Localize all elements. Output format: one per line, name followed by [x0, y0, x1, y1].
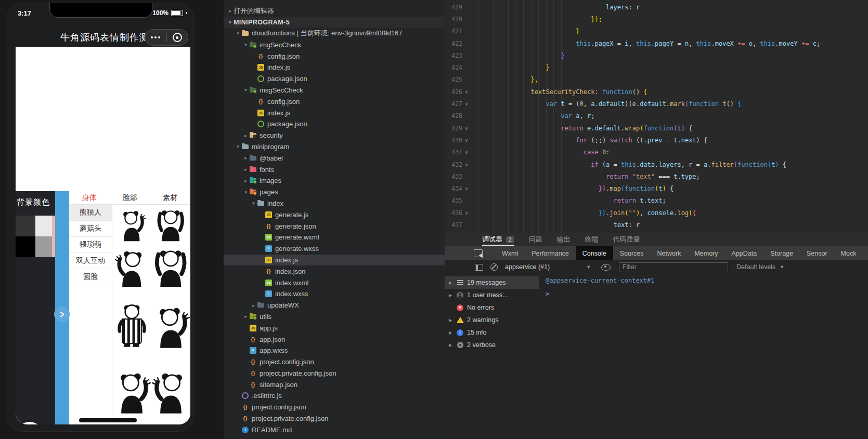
file-app.js[interactable]: JSapp.js — [224, 322, 445, 334]
file-config.json[interactable]: {}config.json — [224, 50, 445, 62]
more-menu-button[interactable] — [145, 30, 166, 45]
fold-chevron-icon[interactable]: ∨ — [462, 89, 471, 95]
tab-身体[interactable]: 身体 — [69, 191, 110, 204]
inspect-element-icon[interactable] — [474, 249, 483, 257]
file-sitemap.json[interactable]: {}sitemap.json — [224, 379, 445, 390]
file-project.private.config.json[interactable]: {}project.private.config.json — [224, 368, 445, 379]
file-index.js[interactable]: JSindex.js — [224, 107, 445, 118]
context-select[interactable]: appservice (#1) ▼ — [505, 263, 591, 271]
file-README.md[interactable]: iREADME.md — [224, 424, 445, 435]
file-index.js[interactable]: JSindex.js — [224, 255, 445, 266]
tab-脸部[interactable]: 脸部 — [110, 191, 150, 204]
sticker-panda[interactable] — [112, 290, 151, 361]
tab-素材[interactable]: 素材 — [150, 191, 190, 204]
sticker-panda[interactable] — [112, 244, 151, 290]
sidebar-toggle-icon[interactable] — [475, 264, 483, 271]
devtools-tab-performance[interactable]: Performance — [525, 246, 576, 260]
fold-chevron-icon[interactable]: ∨ — [462, 101, 471, 107]
debug-tab-代码质量[interactable]: 代码质量 — [613, 233, 640, 246]
devtools-tab-sensor[interactable]: Sensor — [800, 246, 834, 260]
sticker-panda[interactable] — [151, 290, 190, 361]
category-item[interactable]: 圆脸 — [69, 269, 112, 285]
folder-images[interactable]: ▸images — [224, 175, 445, 187]
project-root[interactable]: ▾MINIPROGRAM-5 — [224, 17, 445, 28]
console-context-link[interactable]: @appservice-current-context#1 — [546, 277, 862, 287]
fold-chevron-icon[interactable]: ∨ — [462, 138, 471, 143]
folder-security[interactable]: ▸security — [224, 130, 445, 141]
folder-fonts[interactable]: ▸fonts — [224, 164, 445, 175]
console-filter-err[interactable]: ✕No errors — [445, 301, 539, 314]
sticker-panda[interactable] — [151, 361, 190, 421]
file-generate.wxss[interactable]: ≡generate.wxss — [224, 243, 445, 255]
category-item[interactable]: 猥琐萌 — [69, 237, 112, 253]
devtools-tab-mock[interactable]: Mock — [834, 246, 863, 260]
folder-msgSecCheck[interactable]: ▾msgSecCheck — [224, 85, 445, 96]
sticker-panda[interactable] — [112, 361, 151, 421]
file-app.json[interactable]: {}app.json — [224, 334, 445, 345]
fold-chevron-icon[interactable]: ∨ — [462, 210, 471, 216]
devtools-tab-console[interactable]: Console — [576, 246, 613, 260]
devtools-tab-memory[interactable]: Memory — [688, 246, 724, 260]
folder-index[interactable]: ▾index — [224, 198, 445, 209]
fold-chevron-icon[interactable]: ∨ — [462, 126, 471, 131]
file-generate.js[interactable]: JSgenerate.js — [224, 209, 445, 220]
sticker-panda[interactable] — [151, 244, 190, 290]
console-filter-user[interactable]: ▶1 user mess... — [445, 289, 539, 301]
live-expression-icon[interactable] — [601, 264, 611, 271]
folder-updateWX[interactable]: ▸updateWX — [224, 300, 445, 311]
file-config.json[interactable]: {}config.json — [224, 96, 445, 107]
file-index.wxss[interactable]: ≡index.wxss — [224, 288, 445, 300]
console-prompt[interactable]: > — [546, 290, 868, 298]
devtools-tab-network[interactable]: Network — [651, 246, 688, 260]
file-app.wxss[interactable]: ≡app.wxss — [224, 345, 445, 356]
devtools-tab-appdata[interactable]: AppData — [725, 246, 764, 260]
folder-cloudfunctions[interactable]: ▾cloudfunctions | 当前环境: env-3gnovo9mf0f9… — [224, 28, 445, 39]
file-project.private.config.json[interactable]: {}project.private.config.json — [224, 413, 445, 424]
file-index.json[interactable]: {}index.json — [224, 265, 445, 277]
file-index.js[interactable]: JSindex.js — [224, 62, 445, 73]
fold-chevron-icon[interactable]: ∨ — [462, 150, 471, 155]
close-minimize-button[interactable] — [167, 30, 188, 45]
sticker-panda[interactable] — [112, 205, 151, 244]
console-filter-verb[interactable]: ▶2 verbose — [445, 339, 539, 351]
console-output[interactable]: @appservice-current-context#1 > — [539, 274, 868, 439]
debug-tab-终端[interactable]: 终端 — [585, 233, 599, 246]
category-item[interactable]: 蘑菇头 — [69, 221, 112, 237]
add-image-button[interactable]: 添加图片 — [16, 422, 43, 424]
console-filter-msgs[interactable]: ▶19 messages — [445, 276, 539, 289]
devtools-tab-sources[interactable]: Sources — [613, 246, 651, 260]
debug-tab-输出[interactable]: 输出 — [557, 233, 571, 246]
console-filter-info[interactable]: ▶i15 info — [445, 326, 539, 339]
debug-tab-问题[interactable]: 问题 — [529, 233, 542, 246]
clear-console-icon[interactable] — [490, 263, 498, 271]
filter-input[interactable] — [619, 262, 728, 272]
color-swatch[interactable] — [16, 216, 35, 236]
folder-miniprogram[interactable]: ▾miniprogram — [224, 141, 445, 153]
drawer-knob[interactable]: > — [54, 307, 70, 322]
log-levels-select[interactable]: Default levels ▼ — [736, 263, 784, 271]
sticker-panda[interactable] — [151, 205, 190, 244]
fold-chevron-icon[interactable]: ∨ — [462, 186, 471, 191]
file-.eslintrc.js[interactable]: .eslintrc.js — [224, 390, 445, 402]
file-project.config.json[interactable]: {}project.config.json — [224, 402, 445, 413]
folder-utils[interactable]: ▸utils — [224, 311, 445, 323]
file-project.config.json[interactable]: {}project.config.json — [224, 356, 445, 368]
devtools-tab-wxml[interactable]: Wxml — [495, 246, 525, 260]
file-generate.wxml[interactable]: <>generate.wxml — [224, 232, 445, 243]
file-generate.json[interactable]: {}generate.json — [224, 220, 445, 232]
code-editor[interactable]: 419 layers: r420 });421 }422 this.pageX … — [445, 0, 868, 233]
folder-imgSecCheck[interactable]: ▾imgSecCheck — [224, 39, 445, 50]
folder-pages[interactable]: ▾pages — [224, 187, 445, 198]
folder-@babel[interactable]: ▸@babel — [224, 152, 445, 164]
file-index.wxml[interactable]: <>index.wxml — [224, 277, 445, 288]
category-item[interactable]: 熊猫人 — [69, 205, 112, 221]
file-package.json[interactable]: package.json — [224, 118, 445, 130]
devtools-tab-storage[interactable]: Storage — [763, 246, 800, 260]
debug-tab-调试器[interactable]: 调试器2 — [482, 233, 514, 246]
devtools-tab-audits[interactable]: Audits — [863, 246, 868, 260]
category-item[interactable]: 双人互动 — [69, 253, 112, 269]
fold-chevron-icon[interactable]: ∨ — [462, 162, 471, 167]
color-swatch[interactable] — [16, 236, 35, 257]
file-package.json[interactable]: package.json — [224, 73, 445, 85]
open-editors-section[interactable]: ▸打开的编辑器 — [224, 5, 445, 17]
